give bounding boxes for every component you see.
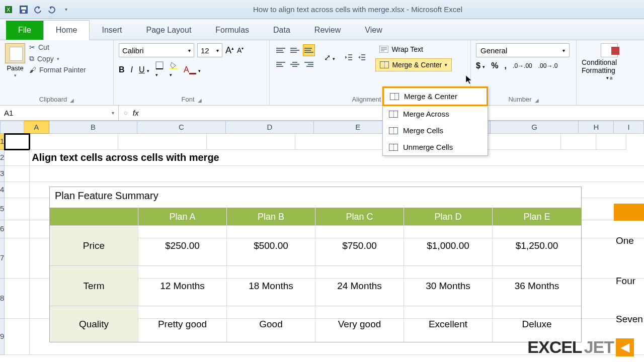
accounting-format-button[interactable]: $ ▾ bbox=[476, 61, 485, 70]
plan-row-label-price[interactable]: Price bbox=[50, 226, 138, 265]
table-cell[interactable]: Deluxe bbox=[493, 306, 581, 342]
plan-header-b[interactable]: Plan B bbox=[227, 208, 315, 225]
cell-B2[interactable]: Align text cells across cells with merge bbox=[30, 150, 644, 166]
tab-page-layout[interactable]: Page Layout bbox=[134, 21, 203, 40]
save-icon[interactable] bbox=[18, 4, 29, 15]
plan-header-a[interactable]: Plan A bbox=[138, 208, 227, 225]
table-cell[interactable]: Pretty good bbox=[138, 306, 227, 342]
col-header-I[interactable]: I bbox=[614, 121, 644, 134]
tab-view[interactable]: View bbox=[353, 21, 394, 40]
table-cell[interactable]: $1,000.00 bbox=[404, 226, 493, 265]
cancel-formula-icon[interactable]: ○ bbox=[124, 109, 128, 117]
tab-home[interactable]: Home bbox=[43, 20, 90, 40]
plan-header-d[interactable]: Plan D bbox=[404, 208, 493, 225]
merge-dropdown-icon[interactable]: ▾ bbox=[445, 62, 447, 67]
comma-format-button[interactable]: , bbox=[505, 61, 507, 70]
col-header-D[interactable]: D bbox=[226, 121, 314, 134]
name-box[interactable]: A1▾ bbox=[0, 106, 119, 120]
bold-button[interactable]: B bbox=[119, 65, 125, 74]
tab-formulas[interactable]: Formulas bbox=[203, 21, 261, 40]
table-cell[interactable]: $1,250.00 bbox=[493, 226, 581, 265]
plan-header-e[interactable]: Plan E bbox=[493, 208, 581, 225]
number-format-select[interactable]: General▾ bbox=[476, 43, 570, 57]
wrap-text-button[interactable]: Wrap Text bbox=[375, 43, 452, 55]
table-cell[interactable]: $750.00 bbox=[315, 226, 404, 265]
row-header-2[interactable]: 2 bbox=[0, 150, 5, 166]
file-tab[interactable]: File bbox=[6, 21, 43, 40]
row-header-6[interactable]: 6 bbox=[0, 220, 5, 238]
align-left-button[interactable] bbox=[275, 58, 287, 70]
cell-B1[interactable] bbox=[30, 134, 118, 150]
font-name-select[interactable]: Calibri▾ bbox=[119, 43, 194, 57]
decrease-decimal-button[interactable]: .00→.0 bbox=[538, 62, 558, 69]
font-size-select[interactable]: 12▾ bbox=[197, 43, 222, 57]
merge-across-option[interactable]: Merge Across bbox=[383, 106, 488, 122]
table-cell[interactable]: Very good bbox=[315, 306, 404, 342]
qat-customize-icon[interactable]: ▾ bbox=[60, 4, 71, 15]
align-middle-button[interactable] bbox=[289, 44, 301, 56]
paste-dropdown-icon[interactable]: ▾ bbox=[14, 73, 17, 78]
plan-table-title[interactable]: Plan Feature Summary bbox=[50, 187, 581, 208]
cut-button[interactable]: ✂ Cut bbox=[29, 43, 86, 51]
increase-font-icon[interactable]: A▴ bbox=[225, 45, 234, 56]
align-bottom-button[interactable] bbox=[303, 44, 315, 56]
merge-center-option[interactable]: Merge & Center bbox=[382, 86, 488, 106]
decrease-font-icon[interactable]: A▾ bbox=[237, 46, 244, 54]
table-cell[interactable]: 36 Months bbox=[493, 266, 581, 306]
copy-button[interactable]: ⧉ Copy ▾ bbox=[29, 54, 86, 63]
increase-indent-button[interactable] bbox=[357, 53, 366, 62]
copy-dropdown-icon[interactable]: ▾ bbox=[57, 56, 59, 61]
side-plan-header[interactable] bbox=[614, 204, 644, 221]
row-header-1[interactable]: 1 bbox=[0, 134, 5, 150]
table-cell[interactable]: 24 Months bbox=[315, 266, 404, 306]
align-center-button[interactable] bbox=[289, 58, 301, 70]
tab-review[interactable]: Review bbox=[302, 21, 353, 40]
table-cell[interactable]: 12 Months bbox=[138, 266, 227, 306]
border-button[interactable]: ▾ bbox=[155, 61, 164, 78]
percent-format-button[interactable]: % bbox=[491, 61, 498, 70]
conditional-formatting-button[interactable]: Conditional Formatting ▾ a bbox=[582, 43, 637, 80]
table-cell[interactable]: $250.00 bbox=[138, 226, 227, 265]
merge-cells-option[interactable]: Merge Cells bbox=[383, 122, 488, 139]
clipboard-dialog-icon[interactable]: ◢ bbox=[70, 98, 74, 103]
merge-center-button[interactable]: Merge & Center ▾ bbox=[375, 58, 452, 71]
redo-icon[interactable] bbox=[46, 4, 57, 15]
italic-button[interactable]: I bbox=[131, 65, 133, 74]
table-cell[interactable]: Excellent bbox=[404, 306, 493, 342]
row-header-8[interactable]: 8 bbox=[0, 279, 5, 319]
increase-decimal-button[interactable]: .0→.00 bbox=[513, 62, 532, 69]
tab-data[interactable]: Data bbox=[261, 21, 302, 40]
plan-row-label-quality[interactable]: Quality bbox=[50, 306, 138, 342]
col-header-G[interactable]: G bbox=[491, 121, 579, 134]
col-header-C[interactable]: C bbox=[137, 121, 225, 134]
paste-button[interactable]: Paste ▾ bbox=[5, 43, 25, 78]
undo-icon[interactable] bbox=[32, 4, 43, 15]
cell-A1[interactable] bbox=[5, 134, 30, 150]
table-cell[interactable]: 30 Months bbox=[404, 266, 493, 306]
orientation-button[interactable]: ⤢ ▾ bbox=[324, 53, 335, 62]
table-cell[interactable]: $500.00 bbox=[227, 226, 315, 265]
font-color-button[interactable]: A ▾ bbox=[184, 65, 201, 74]
tab-insert[interactable]: Insert bbox=[90, 21, 134, 40]
table-cell[interactable]: Good bbox=[227, 306, 315, 342]
side-cell[interactable]: One bbox=[614, 221, 644, 261]
table-cell[interactable]: 18 Months bbox=[227, 266, 315, 306]
decrease-indent-button[interactable] bbox=[344, 53, 353, 62]
plan-row-label-term[interactable]: Term bbox=[50, 266, 138, 306]
row-header-7[interactable]: 7 bbox=[0, 238, 5, 279]
row-header-5[interactable]: 5 bbox=[0, 198, 5, 220]
row-header-4[interactable]: 4 bbox=[0, 182, 5, 198]
align-right-button[interactable] bbox=[303, 58, 315, 70]
font-dialog-icon[interactable]: ◢ bbox=[198, 98, 202, 103]
underline-button[interactable]: U ▾ bbox=[139, 65, 149, 74]
col-header-H[interactable]: H bbox=[579, 121, 614, 134]
select-all-button[interactable] bbox=[0, 121, 24, 134]
format-painter-button[interactable]: 🖌 Format Painter bbox=[29, 66, 86, 74]
unmerge-cells-option[interactable]: Unmerge Cells bbox=[383, 139, 488, 155]
fx-icon[interactable]: fx bbox=[133, 109, 139, 117]
row-header-9[interactable]: 9 bbox=[0, 319, 5, 355]
plan-header-c[interactable]: Plan C bbox=[315, 208, 404, 225]
align-top-button[interactable] bbox=[275, 44, 287, 56]
plan-header-blank[interactable] bbox=[50, 208, 138, 225]
col-header-A[interactable]: A bbox=[24, 121, 49, 134]
